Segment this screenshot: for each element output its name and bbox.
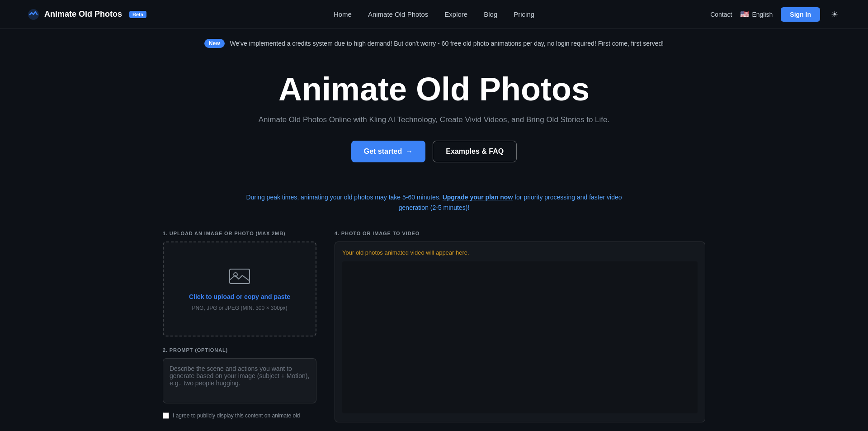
beta-badge: Beta <box>129 11 146 18</box>
nav-pricing[interactable]: Pricing <box>514 10 534 18</box>
video-panel: Your old photos animated video will appe… <box>335 242 705 422</box>
consent-checkbox-row: I agree to publicly display this content… <box>163 412 316 419</box>
main-content: 1. UPLOAD AN IMAGE OR PHOTO (MAX 2MB) Cl… <box>0 231 868 422</box>
theme-toggle-button[interactable]: ☀ <box>828 8 841 21</box>
contact-link[interactable]: Contact <box>710 11 732 18</box>
logo-text: Animate Old Photos <box>44 9 122 19</box>
prompt-textarea[interactable] <box>163 358 316 403</box>
language-label: English <box>752 11 773 18</box>
flag-icon: 🇺🇸 <box>740 10 749 19</box>
image-upload-icon <box>229 266 250 289</box>
video-display-area <box>342 261 698 413</box>
arrow-right-icon: → <box>406 147 413 156</box>
navbar: Animate Old Photos Beta Home Animate Old… <box>0 0 868 29</box>
consent-checkbox[interactable] <box>163 412 169 419</box>
video-notice-text: Your old photos animated video will appe… <box>342 249 698 256</box>
navbar-brand: Animate Old Photos Beta <box>27 8 146 21</box>
consent-label: I agree to publicly display this content… <box>173 412 300 419</box>
left-panel: 1. UPLOAD AN IMAGE OR PHOTO (MAX 2MB) Cl… <box>163 231 316 422</box>
video-section-label: 4. PHOTO OR IMAGE TO VIDEO <box>335 231 705 236</box>
prompt-section-label: 2. PROMPT (OPTIONAL) <box>163 347 316 353</box>
svg-rect-1 <box>230 269 250 284</box>
announcement-text: We've implemented a credits system due t… <box>230 40 664 47</box>
nav-blog[interactable]: Blog <box>484 10 497 18</box>
navbar-nav: Home Animate Old Photos Explore Blog Pri… <box>334 10 534 18</box>
nav-home[interactable]: Home <box>334 10 352 18</box>
hero-section: Animate Old Photos Animate Old Photos On… <box>0 53 868 192</box>
upload-or-text: or copy and paste <box>236 293 290 300</box>
upload-section-label: 1. UPLOAD AN IMAGE OR PHOTO (MAX 2MB) <box>163 231 316 236</box>
new-badge: New <box>204 39 225 48</box>
upload-click-text: Click to upload <box>189 293 234 300</box>
upgrade-plan-link[interactable]: Upgrade your plan now <box>443 194 513 201</box>
svg-point-0 <box>29 14 31 15</box>
peak-notice-text-before: During peak times, animating your old ph… <box>246 194 440 201</box>
navbar-actions: Contact 🇺🇸 English Sign In ☀ <box>710 7 841 22</box>
peak-notice: During peak times, animating your old ph… <box>231 192 637 226</box>
upload-area[interactable]: Click to upload or copy and paste PNG, J… <box>163 242 316 336</box>
nav-explore[interactable]: Explore <box>444 10 467 18</box>
get-started-button[interactable]: Get started → <box>351 141 425 162</box>
sign-in-button[interactable]: Sign In <box>781 7 820 22</box>
hero-subtitle: Animate Old Photos Online with Kling AI … <box>9 115 859 124</box>
upload-text: Click to upload or copy and paste <box>189 293 290 300</box>
examples-faq-button[interactable]: Examples & FAQ <box>433 141 517 162</box>
announcement-bar: New We've implemented a credits system d… <box>0 33 868 53</box>
upload-hint: PNG, JPG or JPEG (MIN. 300 × 300px) <box>192 305 287 311</box>
hero-title: Animate Old Photos <box>9 71 859 107</box>
nav-animate[interactable]: Animate Old Photos <box>368 10 428 18</box>
right-panel: 4. PHOTO OR IMAGE TO VIDEO Your old phot… <box>335 231 705 422</box>
language-selector[interactable]: 🇺🇸 English <box>740 10 773 19</box>
logo-icon <box>27 8 40 21</box>
hero-buttons: Get started → Examples & FAQ <box>9 141 859 162</box>
